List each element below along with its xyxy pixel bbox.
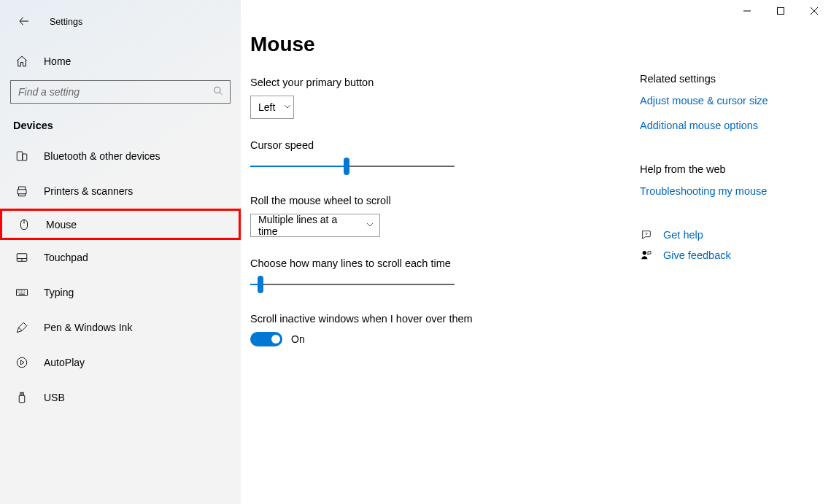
link-adjust-mouse-size[interactable]: Adjust mouse & cursor size [640, 95, 808, 106]
sidebar-item-typing[interactable]: Typing [0, 275, 241, 310]
scroll-lines-label: Choose how many lines to scroll each tim… [250, 257, 622, 269]
svg-point-16 [643, 251, 646, 255]
get-help-link[interactable]: ? Get help [640, 229, 808, 241]
sidebar-item-label: Mouse [46, 219, 77, 230]
link-additional-mouse-options[interactable]: Additional mouse options [640, 120, 808, 131]
scroll-mode-value: Multiple lines at a time [258, 214, 357, 237]
mouse-icon [15, 218, 33, 231]
primary-button-value: Left [258, 101, 275, 113]
sidebar-item-label: USB [44, 392, 65, 403]
svg-point-10 [17, 357, 27, 368]
give-feedback-label: Give feedback [663, 249, 731, 261]
svg-rect-12 [19, 395, 25, 403]
window-minimize-button[interactable] [730, 0, 764, 22]
sidebar-item-mouse[interactable]: Mouse [0, 209, 241, 240]
svg-point-1 [214, 87, 220, 93]
page-title: Mouse [250, 33, 622, 56]
svg-rect-3 [23, 154, 27, 160]
search-input[interactable] [10, 80, 231, 104]
sidebar-item-printers[interactable]: Printers & scanners [0, 174, 241, 209]
scroll-mode-label: Roll the mouse wheel to scroll [250, 195, 622, 206]
get-help-label: Get help [663, 229, 703, 241]
back-icon[interactable] [18, 15, 31, 30]
help-icon: ? [640, 229, 653, 241]
sidebar-item-touchpad[interactable]: Touchpad [0, 240, 241, 275]
sidebar-home[interactable]: Home [0, 47, 241, 76]
svg-rect-11 [20, 392, 24, 395]
sidebar-item-label: AutoPlay [44, 357, 85, 368]
search-icon [213, 86, 223, 98]
window-close-button[interactable] [797, 0, 831, 22]
inactive-scroll-label: Scroll inactive windows when I hover ove… [250, 313, 622, 325]
link-troubleshoot-mouse[interactable]: Troubleshooting my mouse [640, 185, 808, 197]
cursor-speed-label: Cursor speed [250, 139, 622, 151]
inactive-scroll-toggle[interactable] [250, 332, 282, 346]
printer-icon [13, 185, 31, 198]
touchpad-icon [13, 251, 31, 264]
home-icon [13, 55, 31, 68]
inactive-scroll-state: On [291, 333, 305, 345]
sidebar-item-label: Printers & scanners [44, 185, 133, 197]
sidebar-item-autoplay[interactable]: AutoPlay [0, 345, 241, 380]
primary-button-dropdown[interactable]: Left [250, 96, 294, 119]
sidebar-category: Devices [0, 104, 241, 139]
usb-icon [13, 391, 31, 404]
scroll-lines-slider[interactable] [250, 276, 455, 292]
svg-rect-2 [17, 152, 23, 160]
svg-text:?: ? [645, 232, 648, 236]
sidebar-item-label: Bluetooth & other devices [44, 150, 161, 162]
window-maximize-button[interactable] [764, 0, 797, 22]
related-heading: Related settings [640, 73, 808, 85]
sidebar-item-usb[interactable]: USB [0, 380, 241, 415]
feedback-icon [640, 249, 653, 261]
help-heading: Help from the web [640, 163, 808, 175]
sidebar-item-label: Typing [44, 287, 74, 298]
scroll-mode-dropdown[interactable]: Multiple lines at a time [250, 214, 380, 237]
sidebar-item-pen[interactable]: Pen & Windows Ink [0, 310, 241, 345]
give-feedback-link[interactable]: Give feedback [640, 249, 808, 261]
app-name: Settings [50, 17, 82, 27]
primary-button-label: Select your primary button [250, 77, 622, 88]
autoplay-icon [13, 356, 31, 369]
sidebar-item-label: Touchpad [44, 252, 88, 263]
chevron-down-icon [284, 103, 291, 112]
sidebar-item-bluetooth[interactable]: Bluetooth & other devices [0, 139, 241, 174]
sidebar-item-label: Pen & Windows Ink [44, 322, 132, 333]
sidebar-home-label: Home [44, 55, 71, 67]
keyboard-icon [13, 286, 31, 299]
chevron-down-icon [366, 221, 374, 230]
pen-icon [13, 321, 31, 334]
cursor-speed-slider[interactable] [250, 158, 455, 174]
bluetooth-devices-icon [13, 150, 31, 163]
svg-rect-0 [778, 8, 784, 15]
